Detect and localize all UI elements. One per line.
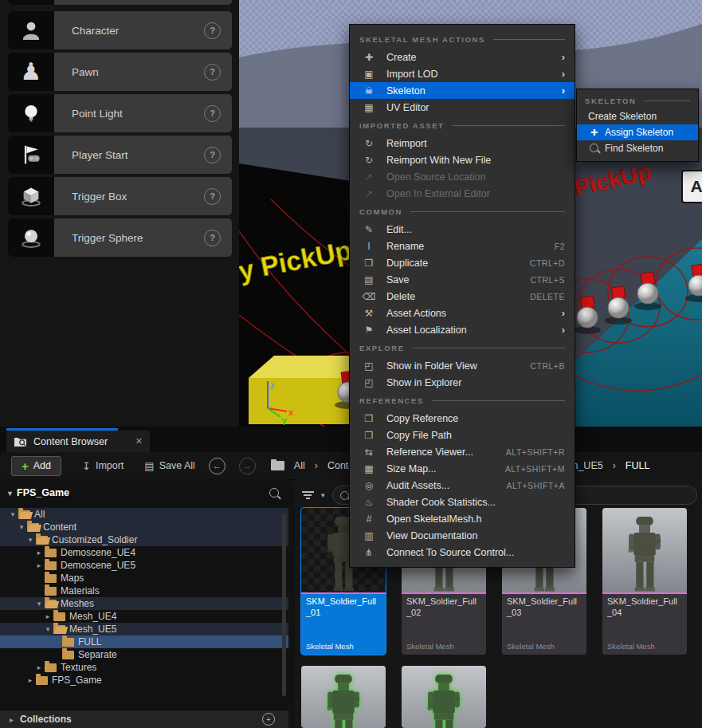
menu-item-copy-reference[interactable]: ❐ Copy Reference [350, 410, 575, 427]
tree-item-customized-soldier[interactable]: ▾Customized_Soldier [0, 533, 288, 546]
menu-item-audit-assets[interactable]: ◎ Audit Assets... ALT+SHIFT+A [350, 477, 575, 494]
reference-viewer-icon: ⇆ [361, 447, 377, 458]
menu-item-rename[interactable]: Ⅰ Rename F2 [350, 238, 575, 254]
player-start-icon [8, 136, 54, 174]
menu-item-skeleton[interactable]: ☠ Skeleton › [350, 82, 575, 99]
open-folder-icon [53, 625, 65, 634]
tree-item-separate[interactable]: Separate [0, 648, 288, 661]
place-actor-trigger-box[interactable]: Trigger Box ? [8, 177, 232, 215]
help-icon[interactable]: ? [204, 64, 221, 81]
sources-header[interactable]: ▾ FPS_Game [8, 484, 279, 502]
tree-item-content[interactable]: ▾Content [0, 521, 288, 533]
tree-scrollbar[interactable] [282, 513, 286, 696]
collections-bar[interactable]: ▸ Collections + [0, 710, 288, 728]
tree-item-full[interactable]: FULL [0, 636, 288, 648]
menu-item-shader-cook-statistics[interactable]: ♨ Shader Cook Statistics... [350, 494, 575, 510]
place-actor-trigger-sphere[interactable]: Trigger Sphere ? [8, 218, 232, 257]
tree-item-meshes[interactable]: ▾Meshes [0, 597, 288, 610]
menu-item-asset-actions[interactable]: ⚒ Asset Actions › [350, 305, 575, 321]
menu-item-duplicate[interactable]: ❐ Duplicate CTRL+D [350, 254, 575, 271]
chevron-right-icon: › [315, 460, 318, 471]
asset-tile-skm-soldier-full-04[interactable]: SKM_Soldier_Full_04 Skeletal Mesh [602, 508, 687, 655]
menu-item-uv-editor[interactable]: ▦ UV Editor [350, 99, 575, 116]
menu-item-size-map[interactable]: ▦ Size Map... ALT+SHIFT+M [350, 460, 575, 477]
explorer-icon: ◰ [361, 377, 377, 388]
actor-label: Point Light [54, 108, 204, 120]
help-icon[interactable]: ? [204, 188, 221, 205]
add-button[interactable]: + Add [11, 456, 61, 476]
help-icon[interactable]: ? [204, 22, 221, 39]
menu-item-open-skeletalmesh-header[interactable]: # Open SkeletalMesh.h [350, 510, 575, 527]
submenu-item-create-skeleton[interactable]: Create Skeleton [577, 108, 698, 124]
menu-item-open-source-location: ↗ Open Source Location [350, 168, 575, 185]
folder-view-icon: ◰ [361, 360, 377, 372]
menu-item-create[interactable]: ✚ Create › [350, 49, 575, 65]
menu-item-open-in-external-editor: ↗ Open In External Editor [350, 185, 575, 202]
save-icon: ▤ [361, 274, 377, 285]
submenu-arrow-icon: › [562, 85, 565, 96]
tree-item-mesh-ue4[interactable]: ▸Mesh_UE4 [0, 610, 288, 623]
place-actor-character[interactable]: Character ? [8, 11, 232, 49]
menu-item-show-in-folder-view[interactable]: ◰ Show in Folder View CTRL+B [350, 357, 575, 374]
menu-item-show-in-explorer[interactable]: ◰ Show in Explorer [350, 374, 575, 391]
filter-icon[interactable] [301, 491, 314, 499]
forward-button[interactable]: → [239, 458, 256, 474]
breadcrumb-item[interactable]: All [294, 460, 305, 471]
help-icon[interactable]: ? [204, 105, 221, 122]
help-icon[interactable]: ? [204, 147, 221, 163]
menu-item-copy-file-path[interactable]: ❐ Copy File Path [350, 427, 575, 443]
save-all-button[interactable]: ▤ Save All [144, 460, 194, 472]
menu-item-asset-localization[interactable]: ⚑ Asset Localization › [350, 321, 575, 338]
submenu-item-find-skeleton[interactable]: Find Skeleton [577, 140, 698, 156]
tree-item-demoscene-ue5[interactable]: ▸Demoscene_UE5 [0, 559, 288, 572]
menu-item-save[interactable]: ▤ Save CTRL+S [350, 271, 575, 288]
source-control-icon: ⋔ [361, 547, 377, 558]
chevron-down-icon: ▾ [8, 489, 12, 498]
folder-icon [62, 638, 74, 647]
asset-actions-icon: ⚒ [361, 308, 377, 319]
menu-item-delete[interactable]: ⌫ Delete DELETE [350, 288, 575, 305]
tree-item-textures[interactable]: ▸Textures [0, 661, 288, 674]
asset-name: SKM_Soldier_Full_02 [406, 596, 481, 618]
tree-item-mesh-ue5[interactable]: ▾Mesh_UE5 [0, 623, 288, 636]
chevron-down-icon[interactable]: ▾ [321, 491, 325, 499]
import-button[interactable]: ↧ Import [82, 460, 124, 472]
tab-content-browser[interactable]: Content Browser ✕ [6, 431, 150, 452]
place-actor-player-start[interactable]: Player Start ? [8, 136, 232, 174]
menu-section-header: REFERENCES [350, 391, 575, 410]
place-actor-point-light[interactable]: Point Light ? [8, 94, 232, 132]
asset-tile-row2-2[interactable] [402, 666, 486, 728]
add-collection-icon[interactable]: + [262, 713, 275, 726]
folder-icon [271, 461, 284, 470]
tree-item-materials[interactable]: Materials [0, 584, 288, 597]
menu-item-reference-viewer[interactable]: ⇆ Reference Viewer... ALT+SHIFT+R [350, 443, 575, 460]
menu-item-import-lod[interactable]: ▣ Import LOD › [350, 65, 575, 82]
place-actor-pawn[interactable]: ♟ Pawn ? [8, 53, 232, 91]
menu-item-reimport[interactable]: ↻ Reimport [350, 135, 575, 152]
open-source-location-icon: ↗ [361, 171, 377, 183]
menu-item-reimport-with-new-file[interactable]: ↻ Reimport With New File [350, 152, 575, 168]
place-actor-partial[interactable] [8, 0, 232, 5]
submenu-item-assign-skeleton[interactable]: ✚ Assign Skeleton [577, 124, 698, 140]
menu-item-view-documentation[interactable]: ▥ View Documentation [350, 527, 575, 544]
tree-item-maps[interactable]: Maps [0, 572, 288, 584]
help-icon[interactable]: ? [204, 230, 221, 246]
skeletal-mesh-color-bar [502, 592, 586, 594]
search-icon[interactable] [269, 488, 279, 498]
chevron-right-icon: ▸ [34, 561, 44, 569]
point-light-icon [8, 94, 54, 132]
close-icon[interactable]: ✕ [135, 436, 143, 447]
delete-icon: ⌫ [361, 291, 377, 302]
pawn-icon: ♟ [8, 53, 54, 91]
back-button[interactable]: ← [209, 458, 226, 474]
menu-item-edit[interactable]: ✎ Edit... [350, 221, 575, 238]
tree-item-fps-game[interactable]: ▸FPS_Game [0, 674, 288, 687]
breadcrumb-item-current[interactable]: FULL [626, 460, 650, 471]
open-folder-icon [18, 510, 30, 519]
tree-item-all[interactable]: ▾All [0, 508, 288, 521]
tree-item-demoscene-ue4[interactable]: ▸Demoscene_UE4 [0, 546, 288, 559]
asset-thumbnail [402, 666, 486, 728]
open-folder-icon [45, 600, 57, 608]
menu-item-connect-to-source-control[interactable]: ⋔ Connect To Source Control... [350, 544, 575, 561]
asset-tile-row2-1[interactable] [301, 666, 386, 728]
